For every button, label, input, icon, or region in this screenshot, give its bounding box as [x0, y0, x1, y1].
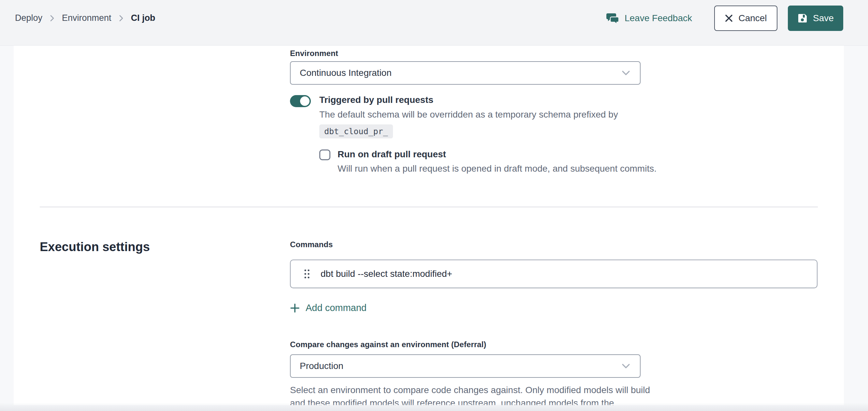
deferral-field-label: Compare changes against an environment (… [290, 340, 844, 349]
pr-trigger-toggle[interactable] [290, 95, 311, 107]
drag-handle-icon[interactable] [301, 264, 313, 283]
execution-section: Execution settings Commands dbt build --… [14, 208, 844, 405]
pr-trigger-label: Triggered by pull requests [319, 94, 656, 105]
deferral-select-value: Production [300, 361, 343, 371]
pr-trigger-row: Triggered by pull requests The default s… [290, 94, 844, 175]
breadcrumb-ci-job: CI job [131, 13, 155, 23]
topbar: Deploy Environment CI job Leave Feedback [0, 0, 868, 45]
leave-feedback-link[interactable]: Leave Feedback [607, 12, 692, 24]
close-icon [725, 14, 733, 23]
pr-trigger-description: The default schema will be overridden as… [319, 108, 656, 121]
schema-prefix-chip: dbt_cloud_pr_ [319, 124, 393, 138]
cancel-button-label: Cancel [738, 13, 767, 24]
breadcrumb-deploy[interactable]: Deploy [15, 13, 42, 23]
draft-pr-checkbox[interactable] [319, 150, 331, 160]
chevron-down-icon [621, 363, 631, 369]
feedback-chat-icon [607, 12, 619, 24]
breadcrumb-environment[interactable]: Environment [62, 13, 112, 23]
topbar-actions: Leave Feedback Cancel Save [607, 5, 843, 31]
save-button-label: Save [813, 13, 834, 24]
add-command-button[interactable]: Add command [290, 303, 367, 313]
execution-settings-title: Execution settings [40, 240, 290, 254]
save-button[interactable]: Save [788, 5, 843, 31]
environment-select-value: Continuous Integration [300, 68, 392, 78]
draft-pr-row: Run on draft pull request Will run when … [319, 149, 656, 176]
deferral-select[interactable]: Production [290, 354, 641, 378]
commands-field-label: Commands [290, 240, 844, 249]
command-input[interactable]: dbt build --select state:modified+ [320, 269, 814, 279]
toggle-knob [300, 96, 310, 106]
chevron-right-icon [119, 14, 124, 22]
save-floppy-icon [797, 13, 808, 24]
chevron-right-icon [50, 14, 55, 22]
environment-field-label: Environment [290, 49, 844, 58]
add-command-label: Add command [306, 303, 367, 313]
draft-pr-description: Will run when a pull request is opened i… [338, 162, 656, 175]
environment-section: Environment Continuous Integration Trigg [14, 45, 844, 175]
breadcrumb: Deploy Environment CI job [15, 13, 155, 23]
draft-pr-label: Run on draft pull request [338, 149, 656, 160]
leave-feedback-label: Leave Feedback [625, 13, 692, 24]
page-background: Environment Continuous Integration Trigg [0, 45, 868, 411]
command-row: dbt build --select state:modified+ [290, 259, 817, 288]
settings-card: Environment Continuous Integration Trigg [14, 45, 844, 405]
plus-icon [290, 303, 300, 313]
cancel-button[interactable]: Cancel [714, 5, 777, 31]
deferral-description: Select an environment to compare code ch… [290, 384, 658, 405]
environment-select[interactable]: Continuous Integration [290, 61, 641, 85]
chevron-down-icon [621, 70, 631, 76]
